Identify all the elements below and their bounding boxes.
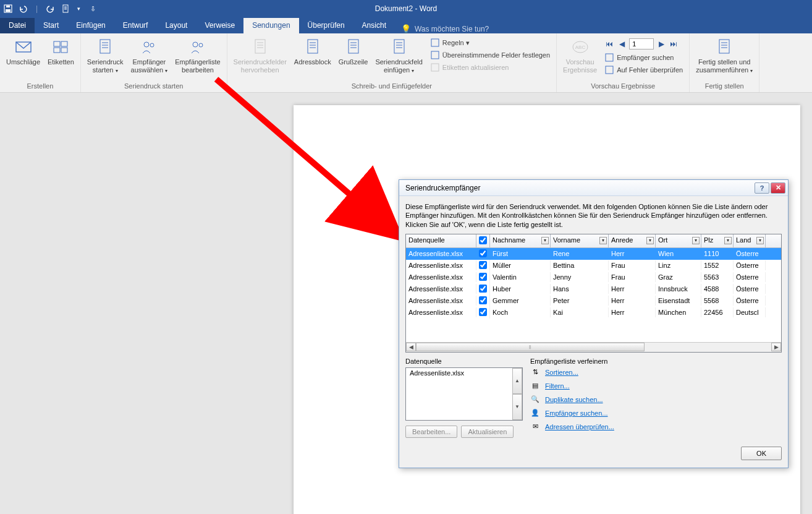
row-checkbox[interactable] [479, 249, 487, 257]
row-checkbox[interactable] [479, 308, 487, 316]
ribbon-small-regeln[interactable]: Regeln ▾ [429, 37, 551, 48]
grid-col-check[interactable] [476, 234, 490, 247]
refine-link[interactable]: Duplikate suchen... [545, 396, 603, 403]
link-icon: ✉ [530, 422, 540, 432]
ribbon-btn-seriendruckfeld[interactable]: Seriendruckfeld einfügen ▾ [373, 35, 425, 74]
cell: Adressenliste.xlsx [406, 307, 476, 317]
repeat-icon[interactable] [46, 4, 55, 13]
refine-link[interactable]: Adressen überprüfen... [545, 423, 614, 430]
grid-col-Vorname[interactable]: Vorname▾ [551, 234, 609, 247]
cell [476, 283, 490, 295]
ribbon-btn-adressblock[interactable]: Adressblock [292, 35, 334, 66]
ribbon-btn-etiketten[interactable]: Etiketten [45, 35, 77, 66]
grid-col-Plz[interactable]: Plz▾ [701, 234, 734, 247]
cell: Herr [609, 296, 656, 306]
group-label: Erstellen [4, 81, 77, 92]
nav-next-icon[interactable]: ▶ [656, 39, 666, 49]
sort-dropdown-icon[interactable]: ▾ [541, 237, 549, 244]
record-number-input[interactable] [629, 38, 654, 49]
cell: 5563 [701, 272, 734, 282]
ribbon-small-übereinstimmende-felder-festlegen[interactable]: Übereinstimmende Felder festlegen [429, 49, 551, 61]
undo-icon[interactable] [19, 4, 27, 13]
tab-entwurf[interactable]: Entwurf [114, 18, 157, 33]
refine-link-row: 👤Empfänger suchen... [530, 408, 782, 418]
grid-col-Ort[interactable]: Ort▾ [656, 234, 701, 247]
cell: Frau [609, 260, 656, 270]
select-all-checkbox[interactable] [479, 236, 487, 244]
sort-dropdown-icon[interactable]: ▾ [646, 237, 654, 244]
refine-link[interactable]: Sortieren... [545, 369, 578, 376]
scroll-thumb[interactable]: ⦀ [416, 343, 645, 351]
dialog-titlebar[interactable]: Seriendruckempfänger ? ✕ [399, 180, 788, 196]
sort-dropdown-icon[interactable]: ▾ [756, 237, 764, 244]
mail-merge-recipients-dialog: Seriendruckempfänger ? ✕ Diese Empfänger… [399, 179, 789, 468]
table-row[interactable]: Adressenliste.xlsxValentinJennyFrauGraz5… [406, 272, 781, 283]
ribbon-btn-fertig-stellen-und[interactable]: Fertig stellen und zusammenführen ▾ [693, 35, 755, 74]
tab-start[interactable]: Start [35, 18, 67, 33]
nav-prev-icon[interactable]: ◀ [617, 39, 627, 49]
sort-dropdown-icon[interactable]: ▾ [599, 237, 607, 244]
sort-dropdown-icon[interactable]: ▾ [724, 237, 732, 244]
grid-col-Datenquelle[interactable]: Datenquelle [406, 234, 476, 247]
table-row[interactable]: Adressenliste.xlsxHuberHansHerrInnsbruck… [406, 283, 781, 295]
tab-verweise[interactable]: Verweise [196, 18, 243, 33]
tab-layout[interactable]: Layout [156, 18, 196, 33]
scroll-right-button[interactable]: ▶ [771, 343, 781, 351]
cell: 4588 [701, 284, 734, 294]
tell-me-search[interactable]: 💡 Was möchten Sie tun? [395, 24, 495, 33]
ribbon-btn-umschläge[interactable]: Umschläge [4, 35, 43, 66]
row-checkbox[interactable] [479, 285, 487, 293]
cell: Wien [656, 249, 701, 259]
datasource-item[interactable]: Adressenliste.xlsx [406, 368, 522, 378]
table-row[interactable]: Adressenliste.xlsxMüllerBettinaFrauLinz1… [406, 260, 781, 272]
table-row[interactable]: Adressenliste.xlsxGemmerPeterHerrEisenst… [406, 295, 781, 307]
cell [476, 260, 490, 272]
datasource-listbox[interactable]: Adressenliste.xlsx ▲ ▼ [405, 367, 523, 421]
ribbon-btn-seriendruck[interactable]: Seriendruck starten ▾ [85, 35, 126, 74]
nav-last-icon[interactable]: ⏭ [669, 39, 679, 49]
svg-rect-38 [431, 64, 439, 71]
ribbon-small-empfänger-suchen[interactable]: Empfänger suchen [603, 52, 684, 63]
scroll-left-button[interactable]: ◀ [406, 343, 416, 351]
grid-col-Land[interactable]: Land▾ [734, 234, 766, 247]
qat-dropdown-icon[interactable]: ▾ [77, 6, 80, 12]
help-button[interactable]: ? [755, 182, 769, 194]
spin-down-icon[interactable]: ▼ [512, 394, 522, 420]
tab-sendungen[interactable]: Sendungen [243, 18, 298, 33]
qat-overflow-icon[interactable]: ⇩ [90, 5, 96, 13]
tab-einfügen[interactable]: Einfügen [67, 18, 114, 33]
spin-up-icon[interactable]: ▲ [512, 368, 522, 394]
tab-überprüfen[interactable]: Überprüfen [299, 18, 353, 33]
cell: Innsbruck [656, 284, 701, 294]
quick-access-toolbar: | ▾ ⇩ [4, 4, 96, 13]
grid-col-Anrede[interactable]: Anrede▾ [609, 234, 656, 247]
ok-button[interactable]: OK [741, 447, 782, 460]
svg-rect-9 [61, 41, 67, 46]
tab-file[interactable]: Datei [0, 18, 35, 33]
table-row[interactable]: Adressenliste.xlsxFürstReneHerrWien1110Ö… [406, 248, 781, 260]
ribbon-small-auf-fehler-überprüfen[interactable]: Auf Fehler überprüfen [603, 64, 684, 75]
svg-rect-28 [349, 40, 358, 53]
refine-link[interactable]: Empfänger suchen... [545, 409, 608, 417]
refine-link[interactable]: Filtern... [545, 382, 570, 390]
nav-first-icon[interactable]: ⏮ [604, 39, 614, 49]
horizontal-scrollbar[interactable]: ◀ ⦀ ▶ [406, 342, 781, 352]
ribbon-btn-empfängerliste[interactable]: Empfängerliste bearbeiten [172, 35, 222, 74]
table-row[interactable]: Adressenliste.xlsxKochKaiHerrMünchen2245… [406, 307, 781, 319]
close-button[interactable]: ✕ [771, 182, 785, 194]
cell: Herr [609, 284, 656, 294]
ribbon-btn-empfänger[interactable]: Empfänger auswählen ▾ [129, 35, 171, 74]
svg-text:ABC: ABC [575, 45, 585, 50]
sort-dropdown-icon[interactable]: ▾ [692, 237, 700, 244]
cell: Adressenliste.xlsx [406, 249, 476, 259]
tab-ansicht[interactable]: Ansicht [353, 18, 395, 33]
document-icon[interactable] [61, 4, 70, 13]
ribbon-btn-grußzeile[interactable]: Grußzeile [336, 35, 371, 66]
row-checkbox[interactable] [479, 261, 487, 269]
row-checkbox[interactable] [479, 273, 487, 281]
row-checkbox[interactable] [479, 296, 487, 304]
tell-me-placeholder: Was möchten Sie tun? [415, 25, 489, 33]
save-icon[interactable] [4, 4, 12, 13]
grid-col-Nachname[interactable]: Nachname▾ [490, 234, 551, 247]
svg-rect-3 [63, 5, 68, 12]
